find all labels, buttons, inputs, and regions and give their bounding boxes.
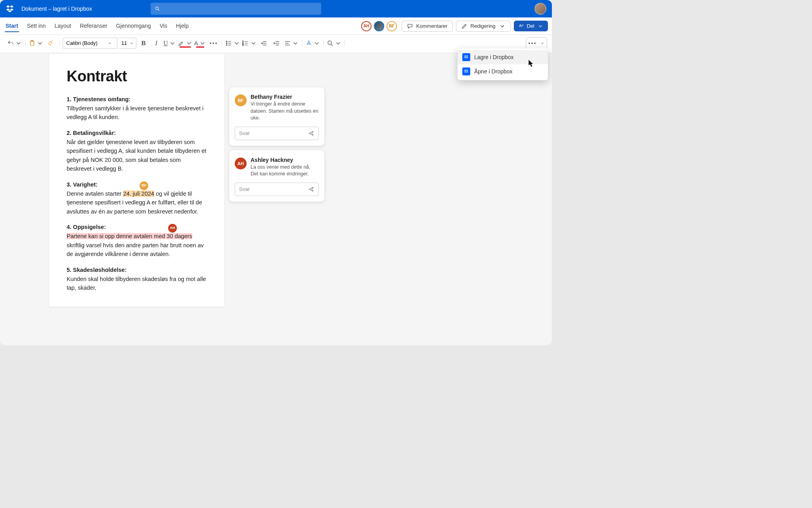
section-heading: 4. Oppsigelse:	[67, 224, 207, 230]
numbering-button[interactable]: 123	[242, 38, 257, 49]
tab-hjelp[interactable]: Hjelp	[175, 20, 190, 32]
search-icon	[155, 6, 160, 12]
more-icon	[529, 42, 536, 44]
del-button[interactable]: Del	[514, 21, 548, 31]
svg-point-5	[226, 41, 227, 42]
reply-placeholder: Svar	[239, 130, 250, 136]
chevron-down-icon	[538, 23, 543, 29]
find-button[interactable]	[327, 38, 342, 49]
tab-sett-inn[interactable]: Sett inn	[26, 20, 46, 32]
highlight-color-button[interactable]	[178, 38, 193, 49]
send-icon[interactable]	[308, 186, 314, 192]
svg-point-7	[226, 44, 227, 45]
titlebar: Dokument – lagret i Dropbox	[0, 0, 552, 17]
paste-button[interactable]	[29, 38, 44, 49]
comments-panel: BF Bethany Frazier Vi trenger å endre de…	[229, 87, 324, 202]
redigering-label: Redigering	[471, 23, 496, 29]
comment-text: Vi trenger å endre denne datoen. Starten…	[251, 101, 319, 122]
annotation-badge-bf[interactable]: BF	[140, 181, 148, 190]
chevron-down-icon	[130, 41, 134, 45]
share-icon	[519, 23, 524, 29]
comment-author: Ashley Hackney	[251, 157, 319, 163]
align-button[interactable]	[284, 38, 299, 49]
svg-point-6	[226, 42, 227, 43]
format-painter-button[interactable]	[45, 38, 56, 49]
annotation-badge-ah[interactable]: AH	[168, 224, 177, 233]
undo-button[interactable]	[7, 38, 22, 49]
section-heading: 3. Varighet:	[67, 181, 207, 188]
ribbon-tabs-row: Start Sett inn Layout Referanser Gjennom…	[0, 17, 552, 35]
dropbox-icon	[6, 4, 14, 13]
styles-button[interactable]	[305, 38, 320, 49]
presence-bf[interactable]: BF	[387, 21, 397, 31]
font-name-select[interactable]: Calibri (Body)	[63, 38, 117, 49]
presence-group: AH BF	[361, 21, 397, 31]
section-heading: 2. Betalingsvilkår:	[67, 130, 207, 136]
svg-point-26	[328, 41, 331, 44]
underline-button[interactable]: U	[163, 38, 176, 49]
presence-ah[interactable]: AH	[361, 21, 372, 31]
section-body: Denne avtalen starter 24. juli 2024 og v…	[67, 189, 207, 216]
outdent-button[interactable]	[259, 38, 270, 49]
svg-point-0	[156, 7, 159, 10]
kommentarer-button[interactable]: Kommentarer	[402, 21, 453, 32]
doc-heading: Kontrakt	[67, 68, 207, 85]
comment-author: Bethany Frazier	[251, 94, 319, 100]
document-page[interactable]: Kontrakt 1. Tjenestenes omfang: Tilbyder…	[49, 54, 224, 307]
highlight-bf: 24. juli 2024	[123, 190, 154, 197]
section-body: Når det gjelder tjenestene levert av til…	[67, 138, 207, 173]
user-avatar[interactable]	[534, 3, 546, 15]
reply-input[interactable]: Svar	[235, 183, 319, 196]
italic-button[interactable]: I	[151, 38, 162, 49]
toolbar-overflow-button[interactable]	[526, 37, 547, 49]
send-icon[interactable]	[308, 130, 314, 137]
dropdown-item-label: Åpne i Dropbox	[474, 68, 513, 75]
bold-button[interactable]: B	[138, 38, 149, 49]
font-name-value: Calibri (Body)	[66, 40, 98, 46]
comment-avatar-bf: BF	[235, 94, 247, 106]
tab-referanser[interactable]: Referanser	[79, 20, 108, 32]
section-heading: 1. Tjenestenes omfang:	[67, 96, 207, 102]
tab-vis[interactable]: Vis	[159, 20, 168, 32]
svg-line-27	[331, 44, 333, 46]
bullets-button[interactable]	[225, 38, 240, 49]
reply-input[interactable]: Svar	[235, 127, 319, 140]
tab-start[interactable]: Start	[5, 20, 19, 32]
comment-card[interactable]: BF Bethany Frazier Vi trenger å endre de…	[229, 87, 324, 146]
section-body: Kunden skal holde tilbyderen skadesløs f…	[67, 275, 207, 292]
comment-text: La oss vente med dette nå. Det kan komme…	[251, 164, 319, 178]
redigering-button[interactable]: Redigering	[456, 21, 511, 32]
svg-line-1	[158, 10, 159, 11]
tab-layout[interactable]: Layout	[54, 20, 72, 32]
font-color-button[interactable]: A	[194, 38, 206, 49]
highlight-ah: Partene kan si opp denne avtalen med 30 …	[67, 233, 192, 239]
font-size-select[interactable]: 11	[119, 38, 136, 49]
tab-gjennomgang[interactable]: Gjennomgang	[115, 20, 152, 32]
font-size-value: 11	[121, 40, 127, 46]
section-heading: 5. Skadesløsholdelse:	[67, 267, 207, 273]
chevron-down-icon	[108, 41, 112, 45]
svg-point-2	[520, 24, 521, 25]
pencil-icon	[461, 23, 467, 29]
section-body: Tilbyderen samtykker i å levere tjeneste…	[67, 104, 207, 122]
del-label: Del	[527, 23, 534, 29]
comment-icon	[407, 23, 413, 29]
cursor-icon	[529, 60, 534, 69]
chevron-down-icon	[499, 23, 506, 29]
presence-photo[interactable]	[374, 21, 384, 31]
dropbox-icon	[462, 67, 470, 75]
section-body: Partene kan si opp denne avtalen med 30 …	[67, 232, 207, 258]
document-title[interactable]: Dokument – lagret i Dropbox	[21, 6, 92, 12]
chevron-down-icon	[540, 41, 544, 45]
comment-card[interactable]: AH Ashley Hackney La oss vente med dette…	[229, 150, 324, 202]
reply-placeholder: Svar	[239, 186, 250, 192]
font-more-button[interactable]	[208, 38, 219, 49]
dropbox-icon	[462, 53, 470, 61]
search-input[interactable]	[151, 3, 321, 15]
indent-button[interactable]	[271, 38, 282, 49]
comment-avatar-ah: AH	[235, 158, 247, 169]
svg-text:3: 3	[242, 44, 243, 46]
dropdown-item-label: Lagre i Dropbox	[474, 54, 514, 60]
kommentarer-label: Kommentarer	[416, 23, 448, 29]
